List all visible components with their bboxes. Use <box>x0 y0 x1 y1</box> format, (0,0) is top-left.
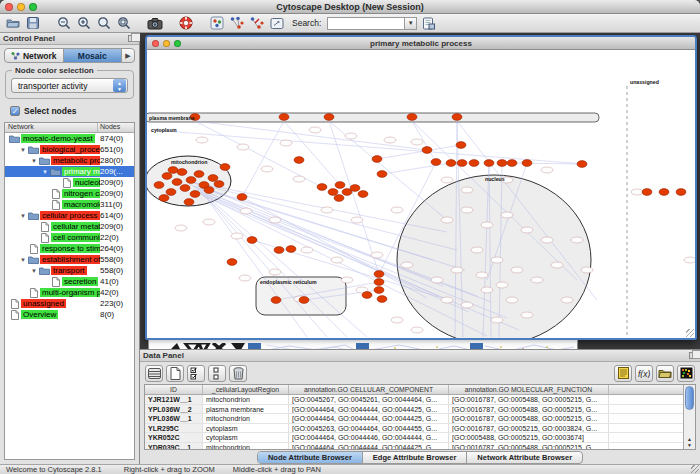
network-node[interactable] <box>391 317 403 323</box>
selected-network-node[interactable] <box>374 287 384 294</box>
table-vertical-scrollbar[interactable]: ▲▼ <box>683 385 695 449</box>
network-node[interactable] <box>471 247 483 253</box>
network-node[interactable] <box>331 257 343 263</box>
network-node[interactable] <box>237 144 249 150</box>
tree-row[interactable]: secretion41(0) <box>5 276 134 287</box>
tree-row[interactable]: cell communicat22(0) <box>5 232 134 243</box>
network-node[interactable] <box>431 277 443 283</box>
network-node[interactable] <box>461 207 473 213</box>
network-node[interactable] <box>506 297 518 303</box>
save-session-icon[interactable] <box>24 15 41 31</box>
network-node[interactable] <box>481 287 493 293</box>
tree-row[interactable]: nucleobase-209(0) <box>5 177 134 188</box>
node-color-dropdown[interactable]: transporter activity ▲▼ <box>11 78 128 93</box>
selected-network-node[interactable] <box>162 173 172 180</box>
attribute-browser-tab[interactable]: Edge Attribute Browser <box>363 452 467 463</box>
network-node[interactable] <box>391 207 403 213</box>
float-panel-icon[interactable] <box>128 35 136 42</box>
network-node[interactable] <box>441 297 453 303</box>
tree-column-nodes[interactable]: Nodes <box>98 123 134 132</box>
network-node[interactable] <box>461 302 473 308</box>
vizmapper-icon[interactable] <box>208 15 225 31</box>
selected-network-node[interactable] <box>446 160 456 167</box>
expand-arrow-icon[interactable]: ▼ <box>30 158 38 164</box>
table-row[interactable]: YDR039C__1mitochondrion[GO:0044464, GO:0… <box>145 443 683 450</box>
network-node[interactable] <box>631 189 643 195</box>
plasma-membrane-region[interactable] <box>147 113 599 122</box>
selected-network-node[interactable] <box>204 187 214 194</box>
network-node[interactable] <box>441 217 453 223</box>
network-node[interactable] <box>491 317 503 323</box>
selected-network-node[interactable] <box>422 147 432 154</box>
network-node[interactable] <box>581 267 593 273</box>
selected-network-node[interactable] <box>358 191 368 198</box>
network-node[interactable] <box>203 219 215 225</box>
delete-attribute-icon[interactable] <box>229 365 247 382</box>
selected-network-node[interactable] <box>642 189 652 196</box>
zoom-fit-icon[interactable] <box>115 15 132 31</box>
tree-row[interactable]: nitrogen compo209(0) <box>5 188 134 199</box>
snapshot-camera-icon[interactable] <box>146 15 163 31</box>
table-row[interactable]: YKR052Ccytoplasm[GO:0044464, GO:0044446,… <box>145 433 683 443</box>
selected-network-node[interactable] <box>377 171 387 178</box>
table-row[interactable]: YPL036W__2plasma membrane[GO:0044464, GO… <box>145 405 683 415</box>
app-resize-grip[interactable] <box>691 465 699 473</box>
network-node[interactable] <box>541 237 553 243</box>
selected-network-node[interactable] <box>190 191 200 198</box>
table-row[interactable]: YLR295Ccytoplasm[GO:0045263, GO:0044464,… <box>145 424 683 434</box>
annotation-icon[interactable] <box>268 15 285 31</box>
network-node[interactable] <box>411 327 423 333</box>
select-nodes-checkbox[interactable]: ✓ <box>10 106 20 116</box>
network-node[interactable] <box>309 127 321 133</box>
network-node[interactable] <box>521 312 533 318</box>
selected-network-node[interactable] <box>452 114 462 121</box>
selected-network-node[interactable] <box>676 189 686 196</box>
network-node[interactable] <box>511 267 523 273</box>
tree-row[interactable]: macromolecule311(0) <box>5 199 134 210</box>
unselect-attributes-icon[interactable] <box>208 365 226 382</box>
tree-row[interactable]: ▼metabolic process280(0) <box>5 155 134 166</box>
network-node[interactable] <box>481 222 493 228</box>
network-node[interactable] <box>239 275 251 281</box>
network-node[interactable] <box>301 247 313 253</box>
selected-network-node[interactable] <box>214 181 224 188</box>
network-node[interactable] <box>196 137 208 143</box>
search-config-icon[interactable] <box>420 15 437 31</box>
network-node[interactable] <box>384 137 396 143</box>
network-node[interactable] <box>321 207 333 213</box>
selected-network-node[interactable] <box>484 160 494 167</box>
selected-network-node[interactable] <box>186 177 196 184</box>
table-column-header[interactable]: ID <box>145 385 203 394</box>
table-row[interactable]: YJR121W__1mitochondrion[GO:0045267, GO:0… <box>145 395 683 405</box>
network-node[interactable] <box>261 166 273 172</box>
float-panel-icon[interactable] <box>689 352 697 359</box>
network-node[interactable] <box>175 225 187 231</box>
selected-network-node[interactable] <box>362 292 372 299</box>
network-node[interactable] <box>269 269 281 275</box>
search-input[interactable] <box>327 17 405 30</box>
tree-row[interactable]: unassigned223(0) <box>5 298 134 309</box>
selected-network-node[interactable] <box>227 259 237 266</box>
destroy-view-icon[interactable] <box>248 15 265 31</box>
network-node[interactable] <box>401 262 413 268</box>
zoom-selected-icon[interactable] <box>95 15 112 31</box>
selected-network-node[interactable] <box>177 169 187 176</box>
selected-network-node[interactable] <box>247 237 257 244</box>
network-node[interactable] <box>280 140 292 146</box>
selected-network-node[interactable] <box>374 271 384 278</box>
selected-network-node[interactable] <box>274 247 284 254</box>
formula-builder-icon[interactable]: f(x) <box>635 365 653 382</box>
network-node[interactable] <box>411 139 423 145</box>
tree-row[interactable]: ▼transport558(0) <box>5 265 134 276</box>
tree-row[interactable]: cellular metabol209(0) <box>5 221 134 232</box>
network-node[interactable] <box>491 257 503 263</box>
selected-network-node[interactable] <box>522 160 532 167</box>
selected-network-node[interactable] <box>220 164 230 171</box>
selected-network-node[interactable] <box>431 159 441 166</box>
selected-network-node[interactable] <box>457 160 467 167</box>
selected-network-node[interactable] <box>372 156 382 163</box>
selected-network-node[interactable] <box>497 160 507 167</box>
selected-network-node[interactable] <box>317 184 327 191</box>
tree-row[interactable]: ▼biological_process651(0) <box>5 144 134 155</box>
selected-network-node[interactable] <box>577 161 587 168</box>
